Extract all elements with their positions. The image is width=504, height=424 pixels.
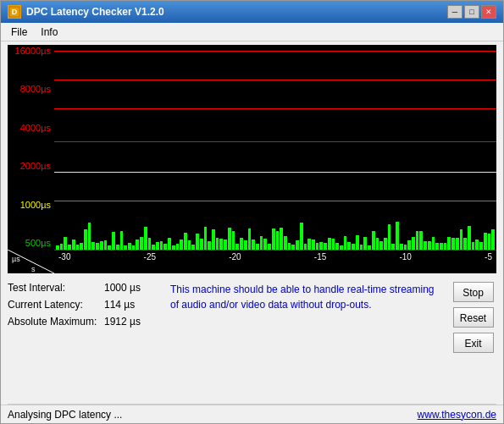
menu-bar: File Info — [1, 23, 503, 41]
absolute-max-label: Absolute Maximum: — [8, 316, 101, 328]
menu-file[interactable]: File — [4, 25, 34, 40]
bar — [328, 238, 331, 250]
bar — [432, 237, 435, 250]
stat-test-interval: Test Interval: 1000 µs — [8, 282, 160, 294]
window-controls: ─ □ ✕ — [447, 5, 496, 19]
y-label-2000: 2000µs — [11, 162, 51, 171]
action-buttons: Stop Reset Exit — [450, 278, 496, 400]
app-icon: D — [8, 5, 21, 19]
x-label-10: -10 — [399, 252, 411, 262]
absolute-max-value: 1912 µs — [104, 316, 141, 328]
bar — [120, 231, 124, 250]
bar — [460, 229, 463, 250]
y-label-4000: 4000µs — [11, 124, 51, 133]
x-label-5: -5 — [485, 252, 492, 262]
bar — [140, 237, 143, 250]
bar — [260, 236, 263, 250]
bar — [324, 243, 327, 250]
bar — [472, 242, 475, 250]
close-button[interactable]: ✕ — [481, 5, 496, 19]
bar — [319, 242, 323, 250]
bar — [96, 243, 99, 250]
maximize-button[interactable]: □ — [464, 5, 479, 19]
x-label-15: -15 — [314, 252, 326, 262]
bar — [468, 226, 471, 250]
bar — [60, 244, 64, 250]
bar — [180, 240, 183, 250]
bar — [444, 243, 447, 250]
chart-plot-area — [54, 45, 496, 250]
bar — [252, 240, 255, 250]
bar — [128, 243, 131, 250]
reset-button[interactable]: Reset — [453, 307, 494, 328]
stop-button[interactable]: Stop — [453, 282, 494, 302]
bar — [456, 238, 459, 250]
bar — [440, 243, 443, 250]
minimize-button[interactable]: ─ — [447, 5, 462, 19]
bar — [212, 229, 215, 250]
bar — [208, 241, 211, 250]
exit-button[interactable]: Exit — [453, 333, 494, 353]
bar — [451, 238, 455, 250]
bar — [248, 229, 252, 250]
bar — [447, 237, 451, 250]
bar — [64, 237, 67, 250]
bar — [316, 243, 319, 250]
test-interval-label: Test Interval: — [8, 282, 101, 294]
bar — [416, 231, 419, 250]
bar — [304, 244, 307, 250]
x-axis-labels: -30 -25 -20 -15 -10 -5 — [54, 252, 496, 262]
bar — [176, 244, 180, 250]
test-interval-value: 1000 µs — [104, 282, 141, 294]
bar — [144, 227, 147, 250]
bar — [80, 243, 83, 250]
bar — [160, 241, 163, 250]
bar — [91, 242, 95, 250]
y-axis-labels: 16000µs 8000µs 4000µs 2000µs 1000µs 500µ… — [8, 45, 54, 250]
bar — [240, 238, 243, 250]
bar — [288, 243, 291, 250]
bar — [307, 239, 311, 250]
menu-info[interactable]: Info — [34, 25, 64, 40]
svg-text:D: D — [12, 8, 18, 16]
bar — [168, 238, 171, 250]
y-label-16000: 16000µs — [11, 47, 51, 56]
bar — [136, 240, 139, 250]
bar — [479, 242, 483, 250]
bar — [463, 238, 467, 250]
bar — [419, 231, 423, 250]
bar — [204, 227, 208, 250]
y-label-500: 500µs — [11, 239, 51, 248]
bar — [352, 244, 355, 250]
bar — [188, 240, 191, 250]
axis-corner: µs s — [8, 250, 54, 273]
bar — [372, 231, 375, 250]
y-label-8000: 8000µs — [11, 85, 51, 94]
bar — [356, 235, 359, 250]
bar — [200, 239, 203, 250]
bar — [379, 241, 383, 250]
bar — [280, 228, 283, 250]
status-message: This machine should be able to handle re… — [167, 278, 443, 400]
bar — [363, 237, 367, 250]
bar — [407, 240, 411, 250]
bar — [163, 244, 167, 250]
status-bar: Analysing DPC latency ... www.thesycon.d… — [1, 405, 503, 423]
website-link[interactable]: www.thesycon.de — [418, 409, 496, 421]
bar — [428, 241, 431, 250]
bar — [284, 236, 287, 250]
bar — [263, 239, 267, 250]
bar — [104, 240, 108, 250]
x-label-20: -20 — [229, 252, 241, 262]
bar — [484, 233, 487, 250]
latency-chart: 16000µs 8000µs 4000µs 2000µs 1000µs 500µ… — [8, 45, 496, 273]
bar — [112, 232, 115, 250]
bar — [224, 240, 227, 250]
stat-absolute-max: Absolute Maximum: 1912 µs — [8, 316, 160, 328]
bar — [400, 244, 403, 250]
window-title: DPC Latency Checker V1.2.0 — [26, 6, 447, 18]
x-label-30: -30 — [58, 252, 70, 262]
bar — [344, 236, 347, 250]
bar — [412, 237, 415, 250]
bar — [88, 223, 91, 250]
